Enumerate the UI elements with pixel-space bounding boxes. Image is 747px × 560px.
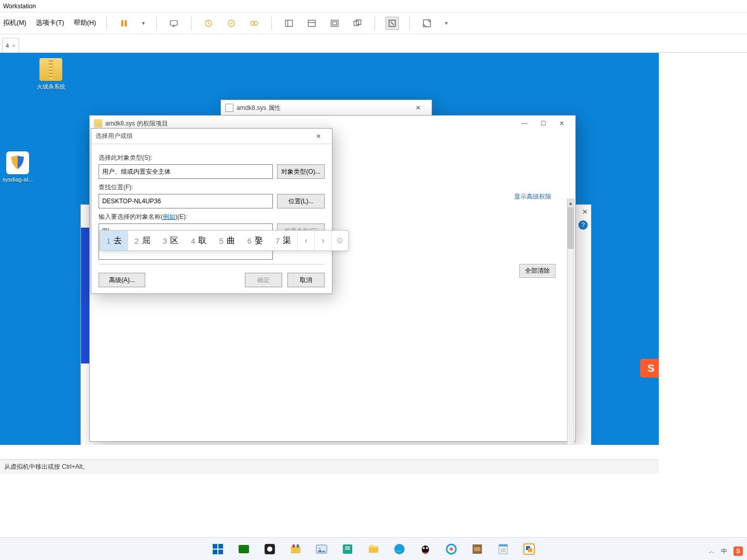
ime-candidate-5[interactable]: 5曲 xyxy=(213,231,241,250)
toolbar-divider xyxy=(409,17,410,30)
toolbar-divider xyxy=(375,17,375,30)
permissions-close-button[interactable]: ✕ xyxy=(552,117,571,130)
svg-rect-12 xyxy=(333,22,337,25)
taskbar-edge-icon[interactable] xyxy=(392,542,407,556)
svg-rect-20 xyxy=(213,550,217,554)
svg-rect-31 xyxy=(345,547,350,548)
svg-rect-0 xyxy=(121,20,123,26)
view-sidebar-button[interactable] xyxy=(282,17,296,30)
start-button[interactable] xyxy=(211,542,225,556)
properties-titlebar[interactable]: amdk8.sys 属性 ✕ xyxy=(221,100,432,116)
taskbar-app-2[interactable] xyxy=(262,542,277,556)
object-types-button[interactable]: 对象类型(O)... xyxy=(277,164,325,179)
svg-rect-9 xyxy=(308,20,315,26)
ime-emoji-icon[interactable]: ☺ xyxy=(331,231,348,250)
tray-sogou-icon[interactable]: S xyxy=(734,547,743,556)
permissions-minimize-button[interactable]: — xyxy=(515,117,534,130)
svg-point-37 xyxy=(426,547,427,549)
explorer-close-button[interactable]: ✕ xyxy=(582,208,588,216)
host-menubar: 拟机(M) 选项卡(T) 帮助(H) ▼ ▼ xyxy=(0,12,747,34)
ime-candidate-bar[interactable]: 1去 2屈 3区 4取 5曲 6娶 7渠 ‹ › ☺ xyxy=(100,230,349,251)
taskbar-browser-icon[interactable] xyxy=(444,542,459,556)
svg-point-34 xyxy=(394,544,405,554)
tray-chevron-icon[interactable]: ︿ xyxy=(709,547,715,556)
toolbar-divider xyxy=(156,17,157,30)
taskbar-explorer-icon[interactable] xyxy=(366,542,381,556)
scroll-up-icon[interactable]: ▲ xyxy=(568,199,574,207)
system-tray[interactable]: ︿ 中 S xyxy=(709,547,743,556)
permissions-maximize-button[interactable]: ☐ xyxy=(534,117,552,130)
guest-taskbar[interactable] xyxy=(0,537,747,560)
host-window-title: Workstation xyxy=(0,0,747,12)
svg-rect-32 xyxy=(345,549,350,550)
location-field xyxy=(99,194,273,208)
pause-vm-button[interactable] xyxy=(117,17,131,30)
unity-dropdown-icon[interactable]: ▼ xyxy=(444,21,449,26)
cancel-button[interactable]: 取消 xyxy=(287,273,325,287)
svg-rect-7 xyxy=(285,20,293,26)
locations-button[interactable]: 位置(L)... xyxy=(277,194,325,208)
taskbar-photos-icon[interactable] xyxy=(314,542,329,556)
svg-rect-41 xyxy=(474,547,480,551)
scroll-thumb[interactable] xyxy=(568,207,574,249)
taskbar-qq-icon[interactable] xyxy=(418,542,433,556)
clear-all-button[interactable]: 全部清除 xyxy=(519,264,556,278)
object-type-field xyxy=(99,164,273,179)
unity-button[interactable] xyxy=(420,17,434,30)
view-multi-button[interactable] xyxy=(351,17,364,30)
svg-point-36 xyxy=(423,547,424,549)
ime-next-page-icon[interactable]: › xyxy=(314,231,331,250)
taskbar-app-5[interactable] xyxy=(340,542,355,556)
menu-help[interactable]: 帮助(H) xyxy=(74,19,96,27)
select-user-close-button[interactable]: ✕ xyxy=(309,130,328,143)
ime-candidate-3[interactable]: 3区 xyxy=(157,231,185,250)
svg-rect-11 xyxy=(331,20,338,26)
close-tab-icon[interactable]: × xyxy=(12,43,15,49)
taskbar-notepad-icon[interactable] xyxy=(496,542,510,556)
ime-candidate-7[interactable]: 7渠 xyxy=(269,231,297,250)
ime-candidate-6[interactable]: 6娶 xyxy=(241,231,269,250)
menu-tabs[interactable]: 选项卡(T) xyxy=(36,19,64,27)
snapshot-manager-button[interactable] xyxy=(247,17,261,30)
ime-prev-page-icon[interactable]: ‹ xyxy=(297,231,314,250)
toolbar-divider xyxy=(106,17,107,30)
vm-tab[interactable]: 4 × xyxy=(2,38,19,52)
menu-vm[interactable]: 拟机(M) xyxy=(3,19,26,27)
location-label: 查找位置(F): xyxy=(99,183,325,192)
select-user-dialog: 选择用户或组 ✕ 选择此对象类型(S): 对象类型(O)... 查找位置(F):… xyxy=(91,128,333,294)
host-status-bar: 从虚拟机中移出或按 Ctrl+Alt。 xyxy=(0,459,659,474)
taskbar-app-1[interactable] xyxy=(237,542,251,556)
sogou-float-button[interactable]: S xyxy=(640,359,659,377)
snapshot-button[interactable] xyxy=(202,17,215,30)
tray-ime-indicator[interactable]: 中 xyxy=(721,547,727,556)
select-user-titlebar[interactable]: 选择用户或组 ✕ xyxy=(91,129,332,144)
properties-close-button[interactable]: ✕ xyxy=(409,102,427,114)
svg-rect-33 xyxy=(369,548,378,553)
vm-desktop[interactable]: 火绒杀系统 sysdiag-al... ✕ ? amdk8.sys 属性 ✕ a… xyxy=(0,53,659,445)
view-console-button[interactable] xyxy=(305,17,319,30)
taskbar-app-3[interactable] xyxy=(288,542,303,556)
svg-point-24 xyxy=(267,547,272,552)
ime-candidate-1[interactable]: 1去 xyxy=(100,231,128,250)
show-advanced-link[interactable]: 显示高级权限 xyxy=(514,191,551,201)
ok-button[interactable]: 确定 xyxy=(245,273,282,287)
taskbar-app-10[interactable] xyxy=(470,542,485,556)
send-ctrl-alt-del-button[interactable] xyxy=(167,17,181,30)
ime-candidate-2[interactable]: 2屈 xyxy=(128,231,156,250)
desktop-icon-sysdiag[interactable]: sysdiag-al... xyxy=(0,151,37,183)
snapshot-revert-button[interactable] xyxy=(225,17,238,30)
object-name-label: 输入要选择的对象名称(例如)(E): xyxy=(99,213,325,221)
advanced-button[interactable]: 高级(A)... xyxy=(99,273,145,287)
svg-rect-49 xyxy=(528,548,532,552)
example-link[interactable]: 例如 xyxy=(163,213,175,220)
svg-rect-18 xyxy=(213,544,217,549)
permissions-scrollbar[interactable]: ▲ ▼ xyxy=(567,199,574,445)
explorer-help-icon[interactable]: ? xyxy=(578,220,588,230)
desktop-icon-huorong[interactable]: 火绒杀系统 xyxy=(31,58,71,91)
taskbar-vmware-icon[interactable] xyxy=(522,542,536,556)
view-fit-button[interactable] xyxy=(328,17,341,30)
pause-dropdown-icon[interactable]: ▼ xyxy=(141,21,146,26)
ime-candidate-4[interactable]: 4取 xyxy=(185,231,213,250)
svg-rect-2 xyxy=(170,20,177,25)
fullscreen-button[interactable] xyxy=(385,17,399,30)
